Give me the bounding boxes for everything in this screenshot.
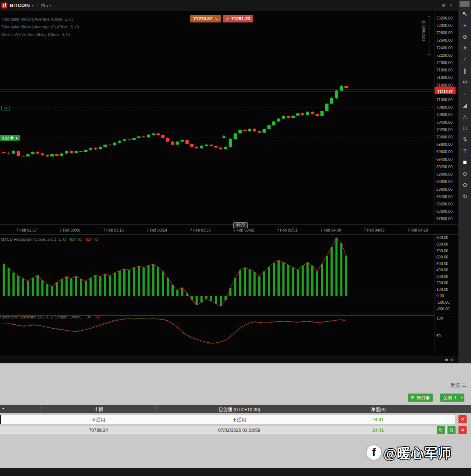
buy-direction-icon: ▲	[15, 136, 18, 140]
snapshot-icon[interactable]: ⊙	[458, 168, 471, 179]
timeframe-index: 1	[46, 4, 48, 7]
close-order-button[interactable]: ×	[458, 426, 467, 434]
buy-arrow-icon: ↗	[226, 17, 229, 21]
fib-fan-icon[interactable]: ◢	[458, 99, 471, 111]
dot-marker-icon[interactable]: ⊕	[458, 31, 471, 42]
svg-text:800.00: 800.00	[436, 242, 448, 246]
chevron-down-icon: ▾	[50, 4, 52, 7]
sell-arrow-icon: ↘	[215, 17, 218, 21]
stoch-value-green: 96	[86, 315, 91, 319]
chevron-down-icon[interactable]: ▾	[459, 394, 465, 402]
row-net-value: 24.41	[322, 426, 434, 434]
svg-text:100.00: 100.00	[436, 287, 448, 292]
rectangle-icon[interactable]: □	[458, 122, 471, 134]
symbol-label: BITCOIN	[10, 3, 30, 8]
macd-chart[interactable]: 900.00800.00700.00600.00500.00400.00300.…	[0, 235, 458, 314]
svg-text:68400.00: 68400.00	[436, 194, 453, 199]
svg-text:71800.00: 71800.00	[436, 68, 453, 72]
svg-text:68200.00: 68200.00	[436, 202, 453, 206]
svg-text:68600.00: 68600.00	[436, 187, 453, 191]
price-tag: 71219.87	[435, 87, 456, 94]
svg-text:68000.00: 68000.00	[436, 209, 453, 214]
orders-panel: 反馈 ⊞ 新订单 关闭 1 ▾ ▾ 止损 已创建 (UTC+10:30) 净值(…	[0, 363, 471, 468]
svg-text:71000.00: 71000.00	[436, 98, 453, 102]
feedback-link[interactable]: 反馈	[450, 381, 467, 388]
buy-price-badge[interactable]: ↗ 71291.23	[223, 15, 253, 22]
expander-icon[interactable]: ▾	[2, 406, 4, 410]
svg-text:70600.00: 70600.00	[436, 112, 453, 117]
candlestick-chart[interactable]: 73200.0073000.0072800.0072600.0072400.00…	[0, 11, 458, 235]
stoch-axis[interactable]: 10050	[436, 316, 443, 338]
trend-line-icon[interactable]: ∕	[458, 54, 471, 65]
orders-table-header: ▾ 止损 已创建 (UTC+10:30) 净值($)	[0, 405, 471, 413]
sell-price-badge[interactable]: 71219.87 ↘	[190, 15, 221, 22]
pager-dot[interactable]	[445, 359, 448, 361]
parallel-lines-icon[interactable]: ∥	[458, 65, 471, 77]
svg-text:600.00: 600.00	[436, 255, 448, 259]
feedback-bubble-icon	[462, 383, 467, 387]
svg-text:72400.00: 72400.00	[436, 46, 453, 50]
column-header-stop-loss[interactable]: 止损	[40, 405, 156, 413]
svg-text:7 Feb 03:51: 7 Feb 03:51	[277, 228, 298, 232]
svg-text:400.00: 400.00	[436, 268, 448, 272]
color-swatch-icon[interactable]: ■	[458, 156, 471, 168]
svg-text:72600.00: 72600.00	[436, 38, 453, 42]
svg-text:7 Feb 03:33: 7 Feb 03:33	[190, 228, 210, 232]
macd-value-red: 624.43	[86, 237, 98, 241]
svg-text:7 Feb 03:42: 7 Feb 03:42	[233, 228, 254, 232]
column-header-net[interactable]: 净值($)	[322, 405, 434, 413]
macd-axis[interactable]: 900.00800.00700.00600.00500.00400.00300.…	[436, 235, 450, 311]
row-created: 不适用	[156, 415, 322, 424]
reverse-order-button[interactable]: ⇅	[447, 426, 456, 434]
crosshair-icon[interactable]: +	[458, 20, 471, 31]
svg-text:71600.00: 71600.00	[436, 75, 453, 80]
close-count: 1	[454, 395, 457, 400]
svg-text:300.00: 300.00	[436, 274, 448, 279]
svg-text:7 Feb 04:18: 7 Feb 04:18	[407, 228, 428, 232]
svg-text:900.00: 900.00	[436, 235, 448, 240]
new-order-icon: ⊞	[411, 395, 414, 400]
pointer-icon[interactable]: ↖	[458, 8, 471, 20]
order-row[interactable]: 不适用 不适用 24.41	[0, 415, 455, 424]
arrows-icon[interactable]: ⇅	[458, 134, 471, 145]
new-order-button[interactable]: ⊞ 新订单	[408, 394, 433, 402]
overlay-indicator-label: Welles Wilder Smoothing (Close, 4, 0)	[1, 32, 70, 37]
price-axis[interactable]: 73200.0073000.0072800.0072600.0072400.00…	[436, 16, 453, 221]
close-chart-icon[interactable]: ×	[450, 3, 452, 8]
macd-label: MACD Histogram (Close, 26, 1, 1, 0) 624.…	[1, 237, 98, 241]
close-all-button[interactable]: 关闭 1 ▾	[440, 394, 464, 402]
modify-order-button[interactable]: ↻	[437, 426, 445, 434]
bar-countdown: 00:23	[233, 222, 248, 228]
alerts-bell-icon[interactable]: Ω	[458, 179, 471, 191]
close-order-button[interactable]: ×	[458, 415, 467, 423]
svg-text:7 Feb 03:15: 7 Feb 03:15	[103, 228, 124, 232]
time-axis[interactable]: 7 Feb 02:577 Feb 03:067 Feb 03:157 Feb 0…	[16, 228, 428, 232]
level-lines[interactable]	[0, 89, 434, 138]
stop-loss-badge[interactable]: SL	[1, 106, 10, 110]
history-icon[interactable]: ↻	[458, 191, 471, 202]
pitchfork-icon[interactable]: Ψ	[458, 77, 471, 88]
stochastic-chart[interactable]: 10050	[0, 314, 458, 356]
position-volume-badge[interactable]: 0.02 手 ▲	[0, 135, 20, 141]
triangle-icon[interactable]: △	[458, 111, 471, 122]
app-logo-icon[interactable]	[1, 3, 7, 8]
popout-icon[interactable]: ⊞	[442, 3, 445, 8]
svg-text:72000.00: 72000.00	[436, 60, 453, 65]
watermark: f @暖心军师	[366, 442, 451, 462]
buy-price-value: 71291.23	[231, 16, 250, 21]
fib-retracement-icon[interactable]: ≡	[458, 88, 471, 99]
order-row[interactable]: 70789.34 07/02/2026 03:38:59 24.41	[0, 426, 455, 434]
text-tool-icon[interactable]: T	[458, 145, 471, 156]
grid-tool-icon[interactable]: #	[458, 42, 471, 54]
svg-text:67800.00: 67800.00	[436, 216, 453, 221]
svg-text:68800.00: 68800.00	[436, 179, 453, 184]
column-header-created[interactable]: 已创建 (UTC+10:30)	[156, 405, 322, 413]
watermark-text: @暖心军师	[383, 442, 451, 462]
toolbar-scrollbar[interactable]	[460, 1, 470, 7]
pager-dot[interactable]	[450, 359, 453, 361]
row-created: 07/02/2026 03:38:59	[156, 426, 322, 434]
symbol-selector[interactable]: BITCOIN ▾	[10, 3, 33, 8]
timeframe-selector[interactable]: m1 ▾	[41, 3, 51, 8]
timeframe-label: m	[41, 3, 45, 8]
svg-text:70200.00: 70200.00	[436, 127, 453, 132]
